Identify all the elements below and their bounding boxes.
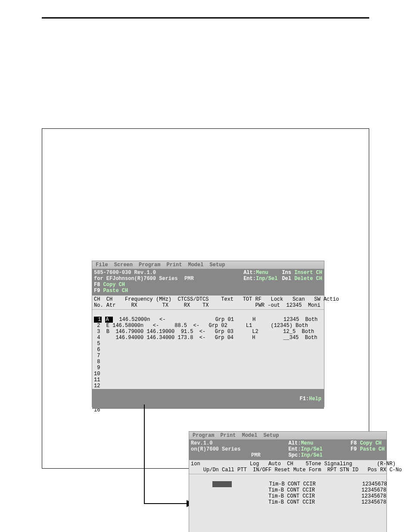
table-row: 4 146.94000 146.34000 173.8 <- Grp 04 H … xyxy=(94,335,317,341)
menu-item[interactable]: Program xyxy=(139,262,160,268)
key-label: Ins xyxy=(282,270,291,276)
key-label: F8 xyxy=(351,440,357,446)
product-text: for EFJohnson(R)7600 Series xyxy=(94,276,180,282)
key-label: Alt xyxy=(289,440,298,446)
key-action: Delete CH xyxy=(294,276,322,282)
key-action: Copy CH xyxy=(360,440,381,446)
table-row: 12 xyxy=(94,383,100,389)
table-body[interactable]: Tim-B CONT CCIR 12345678 Tim-B CONT CCIR… xyxy=(189,474,386,532)
key-label: F9 xyxy=(94,288,100,294)
key-label: Del xyxy=(282,276,291,282)
selected-row-chno: 1 xyxy=(94,317,102,323)
key-label: Ent xyxy=(289,446,298,452)
key-action: Copy CH xyxy=(103,282,125,288)
menu-item[interactable]: Model xyxy=(188,262,203,268)
menu-item[interactable]: Setup xyxy=(263,432,279,439)
version-text: Rev.1.0 xyxy=(191,440,247,446)
table-body[interactable]: 1 A 146.52000n <- Grp 01 H 12345 Both 2 … xyxy=(92,310,324,409)
key-label: Alt xyxy=(243,270,253,276)
table-row: 11 xyxy=(94,377,100,383)
key-label: Ent xyxy=(243,276,253,282)
table-row: 2 E 146.58000n <- 88.5 <- Grp 02 L1 (123… xyxy=(94,323,308,329)
table-row: 10 xyxy=(94,371,100,377)
table-row: 8 xyxy=(94,359,100,365)
key-action: Inp/Sel xyxy=(256,276,277,282)
menu-bar: File Screen Program Print Model Setup xyxy=(92,261,324,269)
key-label: F9 xyxy=(351,446,357,452)
cursor-cell xyxy=(212,481,232,487)
menu-item[interactable]: Print xyxy=(166,262,182,268)
figure-frame: File Screen Program Print Model Setup 58… xyxy=(42,128,369,469)
screenshot-program-left: File Screen Program Print Model Setup 58… xyxy=(92,261,324,407)
table-row: Tim-B CONT CCIR 12345678 xyxy=(191,487,386,493)
menu-item[interactable]: Program xyxy=(193,432,214,439)
table-row: 3 B 146.79000 146.19000 91.5 <- Grp 03 L… xyxy=(94,329,314,335)
key-action: Paste CH xyxy=(103,288,128,294)
key-action: Paste CH xyxy=(360,446,385,452)
version-text: 585-7600-030 Rev.1.0 xyxy=(94,270,180,276)
mode-label: PMR xyxy=(184,276,194,282)
mode-label: PMR xyxy=(251,452,261,458)
connector-arrow-icon xyxy=(143,404,195,514)
screenshot-program-right: Program Print Model Setup Rev.1.0 on(R)7… xyxy=(189,431,387,532)
menu-item[interactable]: Screen xyxy=(114,262,133,268)
table-row: 6 xyxy=(94,347,100,353)
selected-cell: A xyxy=(105,317,113,323)
table-row: Tim-B CONT CCIR 12345678 xyxy=(191,493,386,499)
key-action: Menu xyxy=(256,270,268,276)
table-header: CH CH Frequency (MHz) CTCSS/DTCS Text TO… xyxy=(92,296,324,310)
key-action: Inp/Sel xyxy=(301,446,322,452)
key-action: Menu xyxy=(301,440,313,446)
menu-item[interactable]: Setup xyxy=(209,262,225,268)
info-bar: 585-7600-030 Rev.1.0 for EFJohnson(R)760… xyxy=(92,269,324,296)
page-top-rule xyxy=(42,17,369,19)
table-row: 5 xyxy=(94,341,100,347)
status-bar: F1:Help xyxy=(92,389,324,409)
table-row: 7 xyxy=(94,353,100,359)
table-row: 9 xyxy=(94,365,100,371)
menu-item[interactable]: File xyxy=(96,262,108,268)
key-label: Spc xyxy=(289,452,298,458)
menu-item[interactable]: Print xyxy=(220,432,236,439)
menu-bar: Program Print Model Setup xyxy=(189,432,386,439)
product-text: on(R)7600 Series xyxy=(191,446,247,452)
table-row: Tim-B CONT CCIR 12345678 xyxy=(191,499,386,505)
key-action: Insert CH xyxy=(294,270,322,276)
menu-item[interactable]: Model xyxy=(242,432,257,439)
info-bar: Rev.1.0 on(R)7600 Series PMR Alt:Menu En… xyxy=(189,439,386,460)
table-header: ion Log Auto CH 5Tone Signaling (R-NR) U… xyxy=(189,460,386,474)
key-label: F8 xyxy=(94,282,100,288)
key-action: Inp/Sel xyxy=(301,452,322,458)
